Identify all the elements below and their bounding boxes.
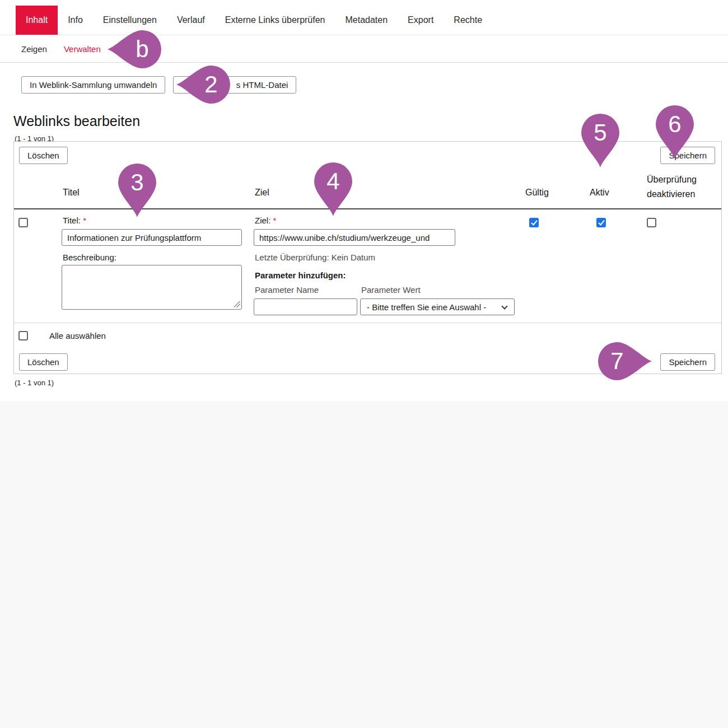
tab-verlauf[interactable]: Verlauf	[167, 6, 215, 35]
parameter-wert-selected-value: - Bitte treffen Sie eine Auswahl -	[367, 302, 486, 312]
column-header-titel: Titel	[63, 188, 80, 198]
column-header-ueberpruefung-line1: Überprüfung	[647, 172, 697, 187]
tab-einstellungen[interactable]: Einstellungen	[93, 6, 167, 35]
required-asterisk: *	[273, 216, 277, 225]
column-header-ziel: Ziel	[255, 188, 269, 198]
select-all-label: Alle auswählen	[49, 331, 106, 340]
result-count-bottom: (1 - 1 von 1)	[15, 379, 54, 387]
tab-info[interactable]: Info	[58, 6, 93, 35]
tab-externe-links-ueberpruefen[interactable]: Externe Links überprüfen	[215, 6, 335, 35]
row-checkbox[interactable]	[18, 218, 28, 227]
beschreibung-textarea[interactable]	[62, 265, 242, 310]
delete-button-bottom[interactable]: Löschen	[19, 353, 68, 371]
page-background-area	[0, 401, 728, 728]
save-button-bottom[interactable]: Speichern	[660, 353, 715, 371]
row-divider	[14, 323, 721, 323]
beschreibung-textarea-wrap	[62, 265, 242, 310]
titel-field-label: Titel: *	[63, 216, 86, 225]
parameter-name-input[interactable]	[254, 298, 357, 315]
ziel-input[interactable]	[254, 229, 455, 246]
save-button-top[interactable]: Speichern	[660, 147, 715, 164]
chevron-down-icon	[501, 303, 507, 309]
ueberpruefung-deaktivieren-checkbox[interactable]	[647, 218, 656, 227]
header-divider	[14, 208, 721, 209]
marker-label: 6	[654, 110, 696, 139]
required-asterisk: *	[83, 216, 86, 225]
subtab-verwalten[interactable]: Verwalten	[64, 44, 101, 54]
column-header-aktiv: Aktiv	[590, 188, 609, 198]
parameter-wert-select[interactable]: - Bitte treffen Sie eine Auswahl -	[360, 298, 515, 315]
aktiv-checkbox[interactable]	[596, 218, 606, 227]
gueltig-checkbox[interactable]	[529, 218, 539, 227]
main-tab-bar: Inhalt Info Einstellungen Verlauf Extern…	[16, 6, 492, 35]
page: Inhalt Info Einstellungen Verlauf Extern…	[0, 0, 728, 728]
html-file-button[interactable]: s HTML-Datei	[173, 76, 296, 94]
weblinks-edit-table: Löschen Speichern Titel Ziel Gültig Akti…	[13, 141, 722, 374]
convert-to-weblink-collection-button[interactable]: In Weblink-Sammlung umwandeln	[21, 76, 165, 94]
column-header-gueltig: Gültig	[525, 188, 549, 198]
beschreibung-field-label: Beschreibung:	[63, 253, 116, 262]
subtab-zeigen[interactable]: Zeigen	[21, 44, 47, 54]
ziel-field-label: Ziel: *	[255, 216, 276, 225]
tab-inhalt[interactable]: Inhalt	[16, 6, 58, 35]
column-header-ueberpruefung-deaktivieren: Überprüfung deaktivieren	[647, 172, 697, 202]
parameter-heading: Parameter hinzufügen:	[255, 270, 346, 280]
parameter-name-label: Parameter Name	[255, 285, 319, 295]
sub-tab-bar: Zeigen Verwalten	[0, 35, 728, 63]
last-check-text: Letzte Überprüfung: Kein Datum	[255, 253, 375, 262]
tab-export[interactable]: Export	[398, 6, 444, 35]
action-button-row: In Weblink-Sammlung umwandeln s HTML-Dat…	[21, 76, 296, 94]
tab-rechte[interactable]: Rechte	[444, 6, 492, 35]
parameter-wert-label: Parameter Wert	[361, 285, 421, 295]
page-title: Weblinks bearbeiten	[13, 113, 140, 129]
delete-button-top[interactable]: Löschen	[19, 147, 68, 164]
titel-label-text: Titel:	[63, 216, 81, 225]
column-header-ueberpruefung-line2: deaktivieren	[647, 187, 697, 202]
tab-metadaten[interactable]: Metadaten	[335, 6, 398, 35]
select-all-checkbox[interactable]	[18, 331, 28, 340]
ziel-label-text: Ziel:	[255, 216, 270, 225]
titel-input[interactable]	[62, 229, 242, 246]
